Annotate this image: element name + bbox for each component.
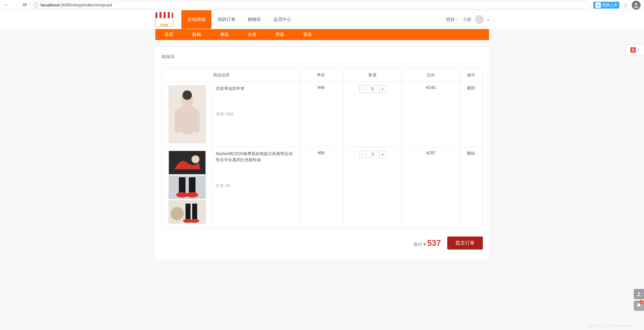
svg-point-0 — [635, 3, 637, 5]
th-info: 商品信息 — [162, 69, 299, 82]
cat-maternity[interactable]: 孕装 — [211, 29, 239, 40]
qty-increase-button[interactable]: + — [379, 151, 386, 158]
cart-row: 仿皮草短款外套 灰色 均码 ¥48 - + ¥240 删除 — [162, 82, 482, 147]
svg-rect-10 — [179, 177, 185, 194]
svg-rect-4 — [175, 109, 181, 133]
product-image[interactable] — [168, 175, 206, 199]
cat-kids[interactable]: 童装 — [294, 29, 322, 40]
svg-rect-5 — [194, 109, 200, 133]
cart-panel: 购物车 商品信息 单价 数量 总价 操作 — [155, 47, 489, 259]
submit-order-button[interactable]: 提交订单 — [447, 237, 483, 250]
extension-upload-badge[interactable]: ∞ 拖拽上传 — [593, 2, 619, 9]
reload-icon[interactable]: ⟳ — [23, 2, 27, 8]
qty-input[interactable] — [366, 151, 379, 158]
extension-label: 拖拽上传 — [602, 2, 617, 8]
profile-avatar-icon[interactable] — [632, 1, 641, 10]
unit-price: ¥48 — [299, 82, 343, 147]
svg-point-13 — [186, 192, 198, 198]
svg-rect-11 — [189, 177, 195, 194]
ime-menu-icon: ⠇ — [637, 47, 640, 53]
qty-increase-button[interactable]: + — [379, 85, 386, 93]
svg-rect-16 — [185, 204, 191, 220]
nav-member-center[interactable]: 会员中心 — [267, 10, 297, 29]
cart-footer: 合计 ¥ 537 提交订单 — [162, 237, 483, 250]
quantity-stepper: - + — [359, 85, 386, 93]
cart-row: ifashion鞋2020春季新款韩版百搭高帮运动鞋女学生高邦红色板鞋春 红色 … — [162, 147, 482, 228]
product-title: 仿皮草短款外套 — [216, 85, 296, 91]
product-image[interactable] — [168, 151, 206, 175]
sum-value: 537 — [427, 238, 441, 248]
quantity-stepper: - + — [359, 151, 386, 158]
bookmark-star-icon[interactable]: ☆ — [623, 1, 628, 9]
cat-shoes[interactable]: 鞋靴 — [183, 29, 211, 40]
panel-title: 购物车 — [162, 54, 483, 64]
svg-point-8 — [192, 155, 199, 163]
th-total: 总价 — [402, 69, 460, 82]
site-info-icon[interactable]: i — [34, 3, 38, 8]
sum-currency: ¥ — [424, 242, 426, 247]
line-total: ¥297 — [402, 147, 460, 228]
svg-point-6 — [182, 90, 192, 100]
svg-point-15 — [171, 207, 184, 220]
product-title: ifashion鞋2020春季新款韩版百搭高帮运动鞋女学生高邦红色板鞋春 — [216, 151, 296, 163]
site-logo[interactable]: shop — [155, 12, 173, 27]
qty-decrease-button[interactable]: - — [359, 151, 366, 158]
delete-link[interactable]: 删除 — [467, 151, 475, 156]
user-avatar-icon[interactable] — [475, 15, 484, 24]
user-menu-caret-icon[interactable]: ▾ — [487, 18, 489, 22]
url-path: :8080/shop/index/shopcart — [60, 2, 112, 8]
nav-cart[interactable]: 购物车 — [242, 10, 267, 29]
forward-icon[interactable]: → — [13, 2, 18, 8]
cat-men[interactable]: 男装 — [266, 29, 294, 40]
cat-women[interactable]: 女装 — [239, 29, 266, 40]
cat-home[interactable]: 首页 — [155, 29, 183, 40]
browser-toolbar: ← → ⟳ i localhost:8080/shop/index/shopca… — [0, 0, 644, 10]
sum-label: 合计 — [413, 242, 422, 247]
th-op: 操作 — [460, 69, 482, 82]
unit-price: ¥99 — [299, 147, 343, 228]
product-spec: 红色 38 — [216, 183, 296, 189]
nav-online-mall[interactable]: 在线商城 — [181, 10, 211, 29]
address-bar[interactable]: i localhost:8080/shop/index/shopcart — [30, 1, 591, 9]
line-total: ¥240 — [402, 82, 460, 147]
site-header: shop 在线商城 我的订单 购物车 会员中心 您好： 小辰 ▾ — [0, 10, 644, 29]
cart-table: 商品信息 单价 数量 总价 操作 — [162, 68, 483, 228]
nav-my-orders[interactable]: 我的订单 — [211, 10, 242, 29]
svg-point-19 — [190, 219, 199, 223]
th-qty: 数量 — [344, 69, 402, 82]
extension-icon: ∞ — [595, 2, 601, 8]
product-spec: 灰色 均码 — [216, 111, 296, 117]
delete-link[interactable]: 删除 — [467, 86, 475, 90]
top-nav: 在线商城 我的订单 购物车 会员中心 — [181, 10, 297, 29]
qty-input[interactable] — [366, 85, 379, 93]
product-image[interactable] — [168, 85, 206, 143]
qty-decrease-button[interactable]: - — [359, 85, 366, 93]
th-price: 单价 — [299, 69, 343, 82]
ime-s-icon: S — [630, 47, 636, 53]
svg-rect-17 — [192, 204, 197, 220]
back-icon[interactable]: ← — [3, 2, 9, 8]
username: 小辰 — [463, 16, 472, 23]
table-header-row: 商品信息 单价 数量 总价 操作 — [162, 69, 482, 82]
url-host: localhost — [40, 2, 60, 8]
greeting-label: 您好： — [446, 16, 459, 23]
ime-float-widget[interactable]: S ⠇ — [626, 45, 644, 55]
category-bar: 首页 鞋靴 孕装 女装 男装 童装 — [155, 29, 489, 40]
product-image[interactable] — [168, 200, 206, 224]
